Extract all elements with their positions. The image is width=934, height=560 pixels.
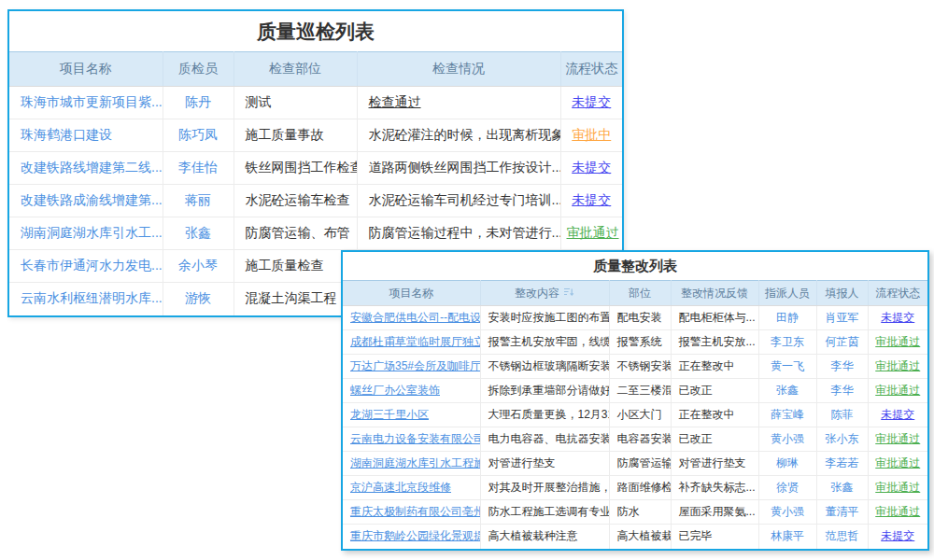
column-header-4[interactable]: 指派人员 — [758, 281, 816, 306]
project-name-link[interactable]: 万达广场35#会所及咖啡厅空... — [343, 355, 480, 379]
project-name-link[interactable]: 螺丝厂办公室装饰 — [343, 379, 480, 403]
column-header-label: 部位 — [629, 287, 651, 300]
status-badge[interactable]: 未提交 — [868, 403, 927, 427]
project-name-cell[interactable]: 长春市伊通河水力发电... — [9, 250, 163, 283]
quality-rectification-panel: 质量整改列表 项目名称整改内容部位整改情况反馈指派人员填报人流程状态 安徽合肥供… — [341, 250, 929, 551]
person-name-cell[interactable]: 柳琳 — [758, 452, 816, 476]
column-header-label: 指派人员 — [765, 287, 810, 300]
person-name-cell[interactable]: 张鑫 — [758, 379, 816, 403]
status-badge[interactable]: 未提交 — [868, 525, 927, 549]
status-badge[interactable]: 审批通过 — [560, 217, 622, 250]
text-cell: 混凝土沟渠工程 — [234, 283, 357, 315]
text-cell: 屋面采用聚氨... — [671, 500, 758, 525]
project-name-link[interactable]: 成都杜甫草堂临时展厅独立展... — [343, 330, 480, 355]
person-name-cell[interactable]: 肖亚军 — [816, 306, 868, 330]
table-row: 珠海市城市更新项目紫...陈丹测试检查通过未提交 — [9, 87, 622, 119]
text-cell: 防腐管运输过程中，未对管进行... — [357, 217, 560, 250]
table-row: 安徽合肥供电公司--配电设备...安装时应按施工图的布置，将...配电安装配电柜… — [343, 306, 927, 330]
person-name-cell[interactable]: 田静 — [758, 306, 816, 330]
table-row: 湖南洞庭湖水库引水工程施工I标对管进行垫支防腐管运输...对管进行垫支柳琳李若若… — [343, 452, 927, 476]
person-name-cell[interactable]: 范思哲 — [816, 525, 868, 549]
person-name-cell[interactable]: 陈丹 — [163, 87, 234, 119]
column-header-label: 项目名称 — [60, 61, 112, 76]
person-name-cell[interactable]: 游恢 — [163, 283, 234, 315]
person-name-cell[interactable]: 徐贤 — [758, 476, 816, 500]
table-row: 云南电力设备安装有限公司20...电力电容器、电抗器安装方案...电容器安装..… — [343, 427, 927, 452]
project-name-link[interactable]: 京沪高速北京段维修 — [343, 476, 480, 500]
person-name-cell[interactable]: 李佳怡 — [163, 152, 234, 185]
sort-amount-icon[interactable] — [563, 287, 574, 298]
person-name-cell[interactable]: 张鑫 — [163, 217, 234, 250]
person-name-cell[interactable]: 林康平 — [758, 525, 816, 549]
column-header-1[interactable]: 整改内容 — [480, 281, 609, 306]
project-name-link[interactable]: 湖南洞庭湖水库引水工程施工I标 — [343, 452, 480, 476]
status-badge[interactable]: 未提交 — [868, 306, 927, 330]
person-name-cell[interactable]: 张小东 — [816, 427, 868, 452]
project-name-link[interactable]: 重庆市鹅岭公园绿化景观提升... — [343, 525, 480, 549]
text-cell: 铁丝网围挡工作检查 — [234, 152, 357, 185]
text-cell: 电力电容器、电抗器安装方案... — [480, 427, 609, 452]
text-cell: 防腐管运输... — [609, 452, 671, 476]
text-cell: 补齐缺失标志... — [671, 476, 758, 500]
person-name-cell[interactable]: 李华 — [816, 379, 868, 403]
person-name-cell[interactable]: 李若若 — [816, 452, 868, 476]
column-header-label: 填报人 — [826, 287, 859, 300]
text-cell: 配电柜柜体与... — [671, 306, 758, 330]
table-row: 万达广场35#会所及咖啡厅空...不锈钢边框玻璃隔断安装不牢...不锈钢安装..… — [343, 355, 927, 379]
person-name-cell[interactable]: 陈菲 — [816, 403, 868, 427]
status-badge[interactable]: 审批通过 — [868, 452, 927, 476]
column-header-3[interactable]: 整改情况反馈 — [671, 281, 758, 306]
project-name-link[interactable]: 重庆太极制药有限公司亳州中... — [343, 500, 480, 525]
column-header-4: 流程状态 — [560, 52, 622, 87]
project-name-cell[interactable]: 珠海鹤港口建设 — [9, 119, 163, 152]
text-cell: 高大植被栽种注意 — [480, 525, 609, 549]
column-header-0[interactable]: 项目名称 — [343, 281, 480, 306]
quality-rectification-table: 项目名称整改内容部位整改情况反馈指派人员填报人流程状态 安徽合肥供电公司--配电… — [343, 280, 927, 549]
person-name-cell[interactable]: 李卫东 — [758, 330, 816, 355]
text-cell: 已改正 — [671, 379, 758, 403]
table-row: 改建铁路成渝线增建第...蒋丽水泥砼运输车检查水泥砼运输车司机经过专门培训...… — [9, 185, 622, 217]
project-name-link[interactable]: 龙湖三千里小区 — [343, 403, 480, 427]
text-cell: 不锈钢边框玻璃隔断安装不牢... — [480, 355, 609, 379]
person-name-cell[interactable]: 董清平 — [816, 500, 868, 525]
person-name-cell[interactable]: 余小琴 — [163, 250, 234, 283]
project-name-link[interactable]: 云南电力设备安装有限公司20... — [343, 427, 480, 452]
column-header-6[interactable]: 流程状态 — [868, 281, 927, 306]
text-cell: 路面维修检... — [609, 476, 671, 500]
text-cell: 报警主机安放... — [671, 330, 758, 355]
project-name-cell[interactable]: 改建铁路成渝线增建第... — [9, 185, 163, 217]
project-name-cell[interactable]: 珠海市城市更新项目紫... — [9, 87, 163, 119]
text-cell: 水泥砼灌注的时候，出现离析现象 — [357, 119, 560, 152]
status-badge[interactable]: 审批通过 — [868, 476, 927, 500]
status-badge[interactable]: 审批通过 — [868, 330, 927, 355]
status-badge[interactable]: 未提交 — [560, 87, 622, 119]
status-badge[interactable]: 未提交 — [560, 152, 622, 185]
project-name-link[interactable]: 安徽合肥供电公司--配电设备... — [343, 306, 480, 330]
column-header-5[interactable]: 填报人 — [816, 281, 868, 306]
column-header-label: 流程状态 — [875, 287, 920, 300]
person-name-cell[interactable]: 黄一飞 — [758, 355, 816, 379]
table-row: 重庆市鹅岭公园绿化景观提升...高大植被栽种注意高大植被栽种已完毕林康平范思哲未… — [343, 525, 927, 549]
status-badge[interactable]: 审批通过 — [868, 355, 927, 379]
person-name-cell[interactable]: 李华 — [816, 355, 868, 379]
text-cell: 不锈钢安装... — [609, 355, 671, 379]
status-badge[interactable]: 未提交 — [560, 185, 622, 217]
person-name-cell[interactable]: 张鑫 — [816, 476, 868, 500]
person-name-cell[interactable]: 薛宝峰 — [758, 403, 816, 427]
text-cell: 对管进行垫支 — [671, 452, 758, 476]
person-name-cell[interactable]: 何芷茵 — [816, 330, 868, 355]
status-badge[interactable]: 审批通过 — [868, 379, 927, 403]
person-name-cell[interactable]: 黄小强 — [758, 427, 816, 452]
project-name-cell[interactable]: 湖南洞庭湖水库引水工... — [9, 217, 163, 250]
column-header-2[interactable]: 部位 — [609, 281, 671, 306]
project-name-cell[interactable]: 改建铁路线增建第二线... — [9, 152, 163, 185]
person-name-cell[interactable]: 蒋丽 — [163, 185, 234, 217]
text-cell: 报警系统 — [609, 330, 671, 355]
status-badge[interactable]: 审批通过 — [868, 500, 927, 525]
status-badge[interactable]: 审批通过 — [868, 427, 927, 452]
status-badge[interactable]: 审批中 — [560, 119, 622, 152]
person-name-cell[interactable]: 黄小强 — [758, 500, 816, 525]
text-cell: 防水 — [609, 500, 671, 525]
person-name-cell[interactable]: 陈巧凤 — [163, 119, 234, 152]
project-name-cell[interactable]: 云南水利枢纽潜明水库... — [9, 283, 163, 315]
